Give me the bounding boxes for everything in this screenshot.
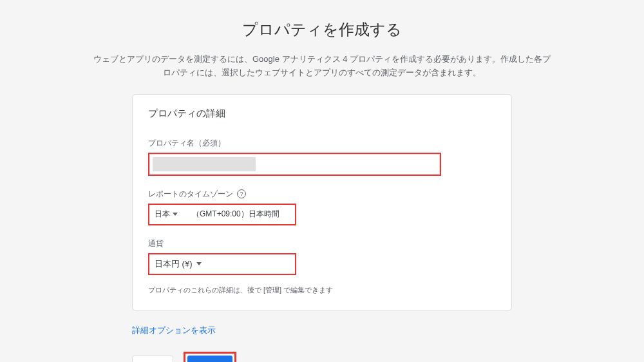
timezone-country-select[interactable]: 日本 (155, 209, 178, 220)
currency-label: 通貨 (148, 238, 496, 249)
card-title: プロパティの詳細 (148, 108, 496, 120)
next-button-highlight: 次へ (184, 352, 236, 362)
currency-value: 日本円 (¥) (155, 258, 193, 270)
redacted-overlay (153, 157, 256, 171)
timezone-label-text: レポートのタイムゾーン (148, 189, 233, 200)
page-description: ウェブとアプリのデータを測定するには、Google アナリティクス 4 プロパテ… (90, 53, 554, 80)
property-name-label: プロパティ名（必須） (148, 138, 496, 149)
chevron-down-icon (173, 213, 178, 216)
button-row: 戻る 次へ (132, 352, 512, 362)
timezone-detail-value: （GMT+09:00）日本時間 (192, 209, 279, 220)
currency-select[interactable]: 日本円 (¥) (149, 258, 207, 270)
property-details-card: プロパティの詳細 プロパティ名（必須） レポートのタイムゾーン ? 日本 (132, 94, 512, 311)
edit-later-hint: プロパティのこれらの詳細は、後で [管理] で編集できます (148, 285, 496, 295)
help-icon[interactable]: ? (237, 189, 246, 198)
property-name-highlight (148, 153, 441, 176)
property-name-field: プロパティ名（必須） (148, 138, 496, 176)
below-card-section: 詳細オプションを表示 戻る 次へ (132, 324, 512, 362)
advanced-options-link[interactable]: 詳細オプションを表示 (132, 325, 216, 336)
timezone-field: レポートのタイムゾーン ? 日本 （GMT+09:00）日本時間 (148, 189, 496, 225)
timezone-highlight: 日本 （GMT+09:00）日本時間 (148, 204, 296, 225)
chevron-down-icon (196, 262, 202, 265)
page-title: プロパティを作成する (0, 19, 644, 40)
timezone-country-value: 日本 (155, 209, 170, 220)
next-button[interactable]: 次へ (187, 356, 232, 362)
timezone-detail-select[interactable]: （GMT+09:00）日本時間 (192, 209, 279, 220)
currency-field: 通貨 日本円 (¥) (148, 238, 496, 275)
timezone-label: レポートのタイムゾーン ? (148, 189, 496, 200)
currency-highlight: 日本円 (¥) (148, 253, 296, 275)
back-button[interactable]: 戻る (132, 356, 173, 362)
